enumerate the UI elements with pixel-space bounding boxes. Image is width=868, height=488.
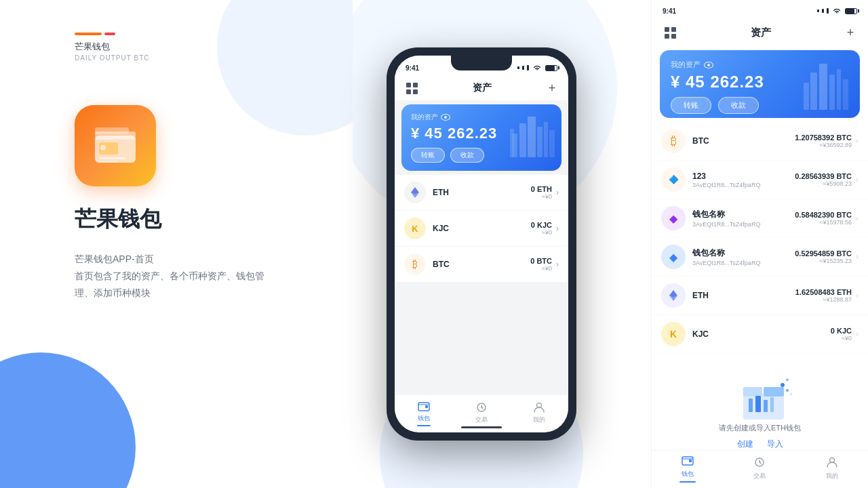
rp-transfer-button[interactable]: 转账 [671, 97, 711, 114]
app-name-small: 芒果钱包 [75, 41, 149, 53]
rp-grid-dots [665, 27, 676, 39]
rp-grid-icon[interactable] [663, 25, 677, 40]
eth-wallet-illustration: + + [730, 370, 791, 418]
svg-rect-6 [99, 161, 118, 163]
rp-wallet2-chevron-icon: › [856, 252, 859, 262]
nav-tx[interactable]: 交易 [452, 401, 510, 427]
eth-arrow-icon: › [556, 188, 559, 197]
rp-coin-list: ₿ BTC 1.20758392 BTC ≈¥36592.89 › 🔷 123 … [652, 122, 868, 450]
rp-btc-name: BTC [692, 136, 795, 146]
rp-eth-icon [661, 283, 686, 308]
phone-section: 9:41 [353, 0, 610, 488]
coin-item-btc[interactable]: ₿ BTC 0 BTC ≈¥0 › [395, 247, 568, 283]
rp-wifi-icon [833, 8, 841, 14]
rp-coin-btc[interactable]: ₿ BTC 1.20758392 BTC ≈¥36592.89 › [652, 122, 868, 161]
svg-point-4 [100, 145, 106, 150]
receive-button[interactable]: 收款 [450, 148, 484, 163]
rp-building-deco [800, 56, 854, 110]
rp-eth-value: ≈¥1288.87 [795, 296, 852, 303]
rp-header: 资产 + [652, 19, 868, 46]
phone-header: 资产 + [395, 76, 568, 100]
phone-time: 9:41 [406, 64, 419, 72]
svg-rect-13 [549, 130, 555, 157]
create-eth-wallet-link[interactable]: 创建 [737, 439, 753, 450]
rp-kjc-info: KJC [692, 329, 831, 339]
rp-nav-tx[interactable]: 交易 [724, 457, 795, 482]
coin-item-kjc[interactable]: K KJC 0 KJC ≈¥0 › [395, 211, 568, 247]
rp-nav-active-line [679, 481, 696, 483]
rp-receive-button[interactable]: 收款 [718, 97, 759, 114]
svg-rect-12 [544, 122, 548, 157]
svg-rect-31 [743, 387, 762, 396]
rp-coin-123[interactable]: 🔷 123 3AvEQt1R8...TsZ4fpaRQ 0.28563939 B… [652, 161, 868, 199]
rp-nav-profile[interactable]: 我的 [796, 457, 868, 482]
tx-icon-svg [475, 402, 488, 413]
phone-header-title: 资产 [473, 82, 492, 94]
svg-rect-26 [843, 79, 848, 110]
rp-status-icons [817, 8, 857, 14]
svg-point-38 [786, 389, 789, 392]
rp-nav-profile-label: 我的 [826, 472, 838, 481]
top-label: 芒果钱包 DAILY OUTPUT BTC [75, 41, 149, 62]
tx-nav-icon [475, 401, 488, 414]
city-illustration [509, 110, 556, 157]
rp-add-button[interactable]: + [844, 26, 857, 39]
rp-coin-kjc[interactable]: K KJC 0 KJC ≈¥0 › [652, 315, 868, 354]
rp-coin-eth[interactable]: ETH 1.62508483 ETH ≈¥1288.87 › [652, 277, 868, 315]
btc-balance: 0 BTC ≈¥0 [530, 257, 552, 272]
desc-line2: 首页包含了我的资产、各个币种资产、钱包管 [75, 268, 264, 285]
kjc-amount: 0 KJC [531, 221, 552, 229]
rp-wallet2-value: ≈¥15235.23 [795, 258, 852, 264]
right-panel: 9:41 资产 + [651, 0, 868, 488]
phone-notch [451, 56, 512, 70]
coin-item-eth[interactable]: ETH 0 ETH ≈¥0 › [395, 175, 568, 211]
svg-point-37 [781, 383, 785, 387]
add-asset-button[interactable]: + [545, 81, 559, 95]
rp-btc-amount: 1.20758392 BTC [795, 134, 852, 142]
svg-rect-10 [528, 117, 536, 157]
rp-grid-dot [671, 34, 676, 39]
rp-eth-name: ETH [692, 291, 795, 300]
profile-icon-svg [533, 402, 545, 413]
profile-nav-icon [532, 401, 546, 414]
app-desc: 芒果钱包APP-首页 首页包含了我的资产、各个币种资产、钱包管 理、添加币种模块 [75, 251, 264, 302]
rp-time: 9:41 [663, 7, 676, 15]
btc-icon: ₿ [404, 253, 426, 275]
rp-wallet2-name: 钱包名称 [692, 247, 795, 259]
rp-btc-value: ≈¥36592.89 [795, 142, 852, 148]
rp-123-icon: 🔷 [661, 167, 686, 192]
bg-deco-tr [217, 0, 353, 136]
svg-rect-23 [819, 64, 827, 110]
svg-rect-9 [519, 123, 526, 157]
btc-amount: 0 BTC [530, 257, 552, 265]
grid-menu-icon[interactable] [404, 81, 419, 96]
svg-point-39 [779, 391, 781, 393]
rp-wallet1-chevron-icon: › [856, 214, 859, 223]
rp-nav-wallet[interactable]: 钱包 [652, 455, 724, 484]
phone-home-bar [461, 426, 502, 428]
coin-list: ETH 0 ETH ≈¥0 › K KJC 0 KJC ≈¥0 › [395, 175, 568, 283]
rp-btc-chevron-icon: › [856, 136, 859, 146]
nav-wallet[interactable]: 钱包 [395, 399, 452, 429]
rp-eth-svg [667, 289, 680, 302]
nav-wallet-label: 钱包 [418, 414, 430, 423]
svg-rect-36 [770, 397, 774, 412]
grid-dot [413, 83, 418, 87]
wallet-icon-svg [418, 401, 430, 411]
rp-btc-balance: 1.20758392 BTC ≈¥36592.89 [795, 134, 852, 148]
visibility-icon[interactable] [441, 114, 450, 121]
rp-wallet2-amount: 0.52954859 BTC [795, 249, 852, 258]
rp-visibility-icon[interactable] [704, 62, 713, 68]
transfer-button[interactable]: 转账 [411, 148, 445, 163]
svg-rect-43 [689, 460, 692, 462]
rp-kjc-amount: 0 KJC [831, 327, 852, 335]
eth-amount: 0 ETH [531, 185, 552, 193]
rp-coin-wallet2[interactable]: ◆ 钱包名称 3AvEQt1R8...TsZ4fpaRQ 0.52954859 … [652, 238, 868, 277]
import-eth-wallet-link[interactable]: 导入 [767, 439, 783, 450]
nav-profile[interactable]: 我的 [511, 401, 568, 427]
battery-icon [545, 65, 557, 71]
rp-coin-wallet1[interactable]: ◆ 钱包名称 3AvEQt1R8...TsZ4fpaRQ 0.58482390 … [652, 199, 868, 238]
rp-wallet2-balance: 0.52954859 BTC ≈¥15235.23 [795, 249, 852, 264]
rp-statusbar: 9:41 [652, 0, 868, 19]
rp-kjc-value: ≈¥0 [831, 335, 852, 342]
